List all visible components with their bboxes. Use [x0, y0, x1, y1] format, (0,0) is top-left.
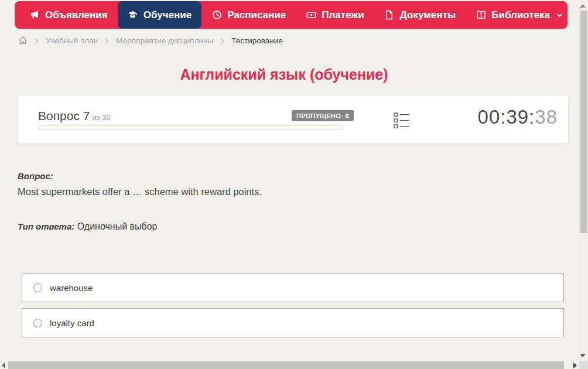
scrollbar-corner [579, 361, 588, 369]
nav-item-label: Расписание [227, 9, 286, 21]
question-text: Most supermarkets offer a … scheme with … [18, 186, 262, 197]
question-number: Вопрос 7из 30 [38, 109, 111, 123]
scroll-left-arrow-icon[interactable] [2, 363, 5, 368]
breadcrumb: Учебный план Мероприятие дисциплины Тест… [18, 36, 283, 45]
breadcrumb-separator-icon [104, 37, 110, 45]
option-label: warehouse [50, 283, 93, 293]
answer-option-loyalty-card[interactable]: loyalty card [22, 308, 564, 337]
breadcrumb-item-discipline-activity[interactable]: Мероприятие дисциплины [116, 36, 213, 45]
nav-item-documents[interactable]: Документы [374, 1, 466, 29]
horizontal-scroll-thumb[interactable] [8, 361, 564, 369]
vertical-scrollbar[interactable] [577, 0, 588, 361]
answer-type-label: Тип ответа: [18, 221, 74, 231]
nav-item-label: Документы [400, 9, 456, 21]
breadcrumb-separator-icon [34, 37, 39, 45]
timer: 00:39:38 [478, 106, 558, 128]
question-header-card: Вопрос 7из 30 ПРОПУЩЕНО: 6 00:39:38 [18, 95, 568, 144]
nav-item-payments[interactable]: Платежи [296, 1, 374, 29]
megaphone-icon [29, 10, 40, 20]
question-list-button[interactable] [394, 112, 410, 129]
nav-item-learning[interactable]: Обучение [118, 1, 201, 29]
nav-item-announcements[interactable]: Объявления [19, 1, 118, 29]
clock-icon [211, 10, 222, 20]
nav-item-schedule[interactable]: Расписание [201, 1, 296, 29]
nav-item-label: Библиотека [491, 9, 550, 21]
main-navbar: Объявления Обучение Расписание Платежи Д… [15, 1, 568, 29]
breadcrumb-separator-icon [220, 37, 225, 45]
scroll-down-arrow-icon[interactable] [580, 354, 586, 357]
home-icon[interactable] [18, 36, 28, 45]
nav-item-library[interactable]: Библиотека [466, 1, 573, 29]
nav-item-label: Объявления [45, 9, 108, 21]
skipped-badge: ПРОПУЩЕНО: 6 [292, 110, 354, 121]
timer-hours-minutes: 00:39: [478, 106, 535, 128]
answer-option-warehouse[interactable]: warehouse [22, 273, 564, 302]
nav-item-label: Платежи [322, 9, 364, 21]
book-icon [476, 10, 486, 20]
answer-type: Тип ответа: Одиночный выбор [18, 221, 158, 232]
graduation-cap-icon [128, 10, 138, 20]
vertical-scroll-thumb[interactable] [580, 11, 587, 233]
answer-type-value: Одиночный выбор [77, 221, 158, 231]
nav-item-label: Обучение [143, 9, 192, 21]
banknote-icon [306, 10, 316, 20]
question-list-icon [394, 121, 410, 131]
breadcrumb-item-curriculum[interactable]: Учебный план [46, 36, 98, 45]
document-icon [384, 10, 395, 20]
horizontal-scrollbar[interactable] [0, 361, 579, 369]
progress-bar [38, 125, 344, 130]
test-page: Объявления Обучение Расписание Платежи Д… [0, 0, 588, 369]
option-label: loyalty card [50, 318, 94, 328]
breadcrumb-item-testing: Тестирование [231, 36, 283, 45]
chevron-down-icon [556, 13, 563, 18]
radio-button[interactable] [33, 283, 42, 292]
question-total: из 30 [92, 113, 110, 122]
question-label: Вопрос: [18, 171, 53, 181]
timer-seconds: 38 [535, 106, 558, 128]
page-title: Английский язык (обучение) [0, 66, 568, 83]
scroll-right-arrow-icon[interactable] [573, 363, 577, 368]
radio-button[interactable] [33, 319, 42, 327]
scroll-up-arrow-icon[interactable] [580, 4, 586, 8]
